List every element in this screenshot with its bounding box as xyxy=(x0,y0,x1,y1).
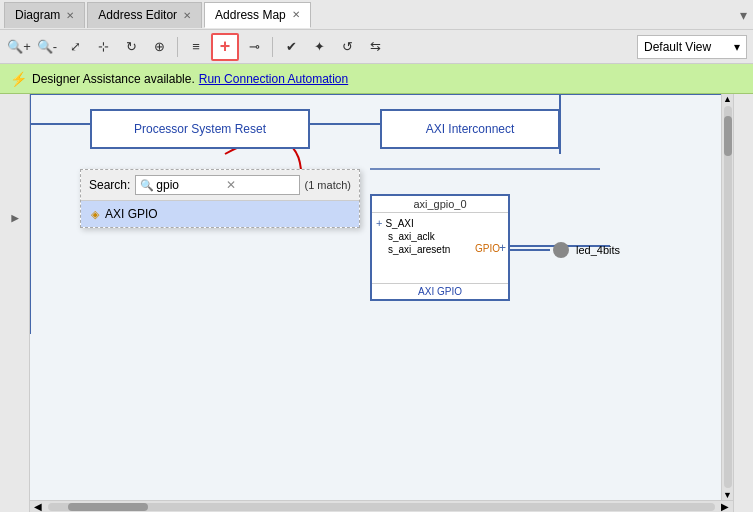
vscroll-thumb[interactable] xyxy=(724,116,732,156)
vscroll-track[interactable] xyxy=(724,106,732,488)
vscroll-down-button[interactable]: ▼ xyxy=(723,490,732,500)
block-axi-interconnect[interactable]: AXI Interconnect xyxy=(380,109,560,149)
search-dropdown: Search: 🔍 ✕ (1 match) ◈ AXI GPIO xyxy=(80,169,360,228)
search-input-wrap[interactable]: 🔍 ✕ xyxy=(135,175,299,195)
search-header: Search: 🔍 ✕ (1 match) xyxy=(81,170,359,201)
route-button[interactable]: ⊸ xyxy=(241,34,267,60)
rotate-button[interactable]: ↻ xyxy=(118,34,144,60)
match-count: (1 match) xyxy=(305,179,351,191)
led-4bits-label: led_4bits xyxy=(576,244,620,256)
vscroll-up-button[interactable]: ▲ xyxy=(723,94,732,104)
tab-address-editor-label: Address Editor xyxy=(98,8,177,22)
window-controls[interactable]: ▾ xyxy=(740,7,747,23)
port-aresetn-label: s_axi_aresetn xyxy=(388,244,450,255)
right-panel xyxy=(733,94,753,512)
block-axi-gpio[interactable]: axi_gpio_0 + S_AXI s_axi_aclk s_axi_ares… xyxy=(370,194,510,301)
zoom-area-button[interactable]: ⊕ xyxy=(146,34,172,60)
search-result-axi-gpio[interactable]: ◈ AXI GPIO xyxy=(81,201,359,227)
tab-address-editor-close[interactable]: ✕ xyxy=(183,10,191,21)
port-s-axi: + S_AXI xyxy=(376,217,504,229)
gpio-out-plus: + xyxy=(499,241,506,255)
validate-button[interactable]: ✔ xyxy=(278,34,304,60)
view-selector[interactable]: Default View ▾ xyxy=(637,35,747,59)
tab-diagram-label: Diagram xyxy=(15,8,60,22)
view-selector-label: Default View xyxy=(644,40,711,54)
run-connection-automation-link[interactable]: Run Connection Automation xyxy=(199,72,348,86)
gpio-wire xyxy=(510,249,550,251)
pin-button[interactable]: ✦ xyxy=(306,34,332,60)
axi-gpio-footer: AXI GPIO xyxy=(372,283,508,299)
hscroll-track[interactable] xyxy=(48,503,715,511)
port-s-axi-label: S_AXI xyxy=(385,218,413,229)
gpio-terminal xyxy=(553,242,569,258)
processor-reset-label: Processor System Reset xyxy=(134,122,266,136)
main-area: ◀ xyxy=(0,94,753,512)
gpio-output-area: led_4bits xyxy=(510,242,620,258)
search-result-label: AXI GPIO xyxy=(105,207,158,221)
designer-assistance-bar: ⚡ Designer Assistance available. Run Con… xyxy=(0,64,753,94)
zoom-out-button[interactable]: 🔍- xyxy=(34,34,60,60)
search-input[interactable] xyxy=(156,178,226,192)
tab-address-map-close[interactable]: ✕ xyxy=(292,9,300,20)
tab-bar: Diagram ✕ Address Editor ✕ Address Map ✕… xyxy=(0,0,753,30)
canvas-hscrollbar[interactable]: ◀ ▶ xyxy=(30,500,733,512)
add-button[interactable]: + xyxy=(211,33,239,61)
separator-2 xyxy=(272,37,273,57)
tab-address-editor[interactable]: Address Editor ✕ xyxy=(87,2,202,28)
zoom-in-button[interactable]: 🔍+ xyxy=(6,34,32,60)
ip-icon: ◈ xyxy=(91,208,99,221)
designer-assistance-text: Designer Assistance available. xyxy=(32,72,195,86)
sidebar-toggle[interactable]: ◀ xyxy=(9,214,20,225)
refresh-button[interactable]: ↺ xyxy=(334,34,360,60)
hscroll-thumb[interactable] xyxy=(68,503,148,511)
view-selector-chevron: ▾ xyxy=(734,40,740,54)
search-label: Search: xyxy=(89,178,130,192)
tab-address-map[interactable]: Address Map ✕ xyxy=(204,2,311,28)
axi-gpio-title: axi_gpio_0 xyxy=(372,196,508,213)
fit-button[interactable]: ⤢ xyxy=(62,34,88,60)
block-processor-system-reset[interactable]: Processor System Reset xyxy=(90,109,310,149)
tab-diagram-close[interactable]: ✕ xyxy=(66,10,74,21)
canvas-vscrollbar[interactable]: ▲ ▼ xyxy=(721,94,733,500)
hscroll-right-button[interactable]: ▶ xyxy=(717,501,733,512)
canvas-area[interactable]: Processor System Reset AXI Interconnect … xyxy=(30,94,733,512)
port-s-axi-connector: + xyxy=(376,217,382,229)
port-aclk: s_axi_aclk xyxy=(376,231,504,242)
diagram-wires xyxy=(30,94,733,512)
gpio-label: GPIO xyxy=(475,243,500,254)
search-clear-button[interactable]: ✕ xyxy=(226,178,236,192)
axi-gpio-body: + S_AXI s_axi_aclk s_axi_aresetn GPIO + xyxy=(372,213,508,283)
lightning-icon: ⚡ xyxy=(10,71,27,87)
hscroll-left-button[interactable]: ◀ xyxy=(30,501,46,512)
port-aclk-label: s_axi_aclk xyxy=(388,231,435,242)
align-button[interactable]: ≡ xyxy=(183,34,209,60)
tab-diagram[interactable]: Diagram ✕ xyxy=(4,2,85,28)
axi-interconnect-label: AXI Interconnect xyxy=(426,122,515,136)
search-icon: 🔍 xyxy=(140,179,154,192)
exchange-button[interactable]: ⇆ xyxy=(362,34,388,60)
tab-address-map-label: Address Map xyxy=(215,8,286,22)
toolbar: 🔍+ 🔍- ⤢ ⊹ ↻ ⊕ ≡ + ⊸ ✔ ✦ ↺ ⇆ Default View… xyxy=(0,30,753,64)
separator-1 xyxy=(177,37,178,57)
select-button[interactable]: ⊹ xyxy=(90,34,116,60)
left-sidebar: ◀ xyxy=(0,94,30,512)
